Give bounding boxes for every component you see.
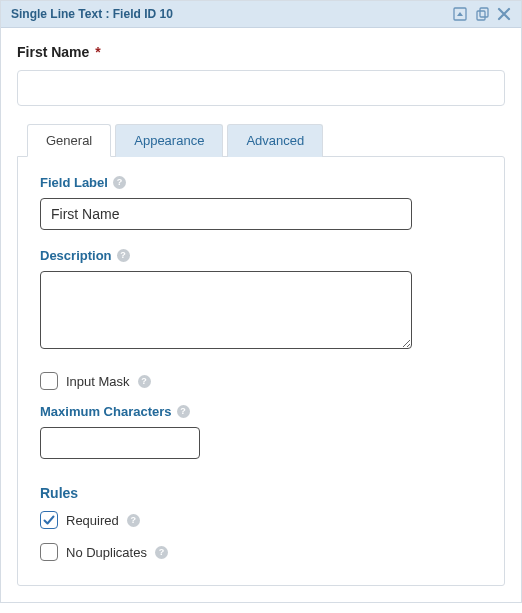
max-chars-heading: Maximum Characters ? bbox=[40, 404, 482, 419]
tab-general[interactable]: General bbox=[27, 124, 111, 157]
tabs: General Appearance Advanced bbox=[17, 124, 505, 157]
no-duplicates-text: No Duplicates bbox=[66, 545, 147, 560]
description-textarea[interactable] bbox=[40, 271, 412, 349]
rules-heading: Rules bbox=[40, 485, 482, 501]
svg-rect-1 bbox=[477, 11, 485, 20]
tab-label: General bbox=[46, 133, 92, 148]
help-icon[interactable]: ? bbox=[155, 546, 168, 559]
preview-label-text: First Name bbox=[17, 44, 89, 60]
required-row: Required ? bbox=[40, 511, 482, 529]
no-duplicates-row: No Duplicates ? bbox=[40, 543, 482, 561]
input-mask-checkbox[interactable] bbox=[40, 372, 58, 390]
input-mask-row: Input Mask ? bbox=[40, 372, 482, 390]
description-heading: Description ? bbox=[40, 248, 482, 263]
help-icon[interactable]: ? bbox=[177, 405, 190, 418]
duplicate-icon[interactable] bbox=[475, 7, 489, 21]
close-icon[interactable] bbox=[497, 7, 511, 21]
heading-text: Description bbox=[40, 248, 112, 263]
help-icon[interactable]: ? bbox=[138, 375, 151, 388]
no-duplicates-label[interactable]: No Duplicates bbox=[40, 543, 147, 561]
required-marker: * bbox=[95, 44, 100, 60]
help-icon[interactable]: ? bbox=[113, 176, 126, 189]
no-duplicates-checkbox[interactable] bbox=[40, 543, 58, 561]
collapse-icon[interactable] bbox=[453, 7, 467, 21]
field-label-input[interactable] bbox=[40, 198, 412, 230]
help-icon[interactable]: ? bbox=[117, 249, 130, 262]
preview-text-input[interactable] bbox=[17, 70, 505, 106]
tab-appearance[interactable]: Appearance bbox=[115, 124, 223, 157]
help-icon[interactable]: ? bbox=[127, 514, 140, 527]
tab-label: Advanced bbox=[246, 133, 304, 148]
tab-label: Appearance bbox=[134, 133, 204, 148]
panel-title: Single Line Text : Field ID 10 bbox=[11, 7, 453, 21]
input-mask-text: Input Mask bbox=[66, 374, 130, 389]
field-label-heading: Field Label ? bbox=[40, 175, 482, 190]
max-chars-input[interactable] bbox=[40, 427, 200, 459]
heading-text: Maximum Characters bbox=[40, 404, 172, 419]
field-editor-panel: Single Line Text : Field ID 10 First Nam… bbox=[0, 0, 522, 603]
tab-content-general: Field Label ? Description ? Input Mask bbox=[17, 156, 505, 586]
panel-body: First Name * General Appearance Advanced… bbox=[1, 28, 521, 602]
svg-rect-2 bbox=[480, 8, 488, 17]
required-text: Required bbox=[66, 513, 119, 528]
tab-advanced[interactable]: Advanced bbox=[227, 124, 323, 157]
panel-header: Single Line Text : Field ID 10 bbox=[1, 1, 521, 28]
preview-field-label: First Name * bbox=[17, 44, 505, 60]
heading-text: Field Label bbox=[40, 175, 108, 190]
required-label[interactable]: Required bbox=[40, 511, 119, 529]
required-checkbox[interactable] bbox=[40, 511, 58, 529]
input-mask-label[interactable]: Input Mask bbox=[40, 372, 130, 390]
panel-actions bbox=[453, 7, 511, 21]
